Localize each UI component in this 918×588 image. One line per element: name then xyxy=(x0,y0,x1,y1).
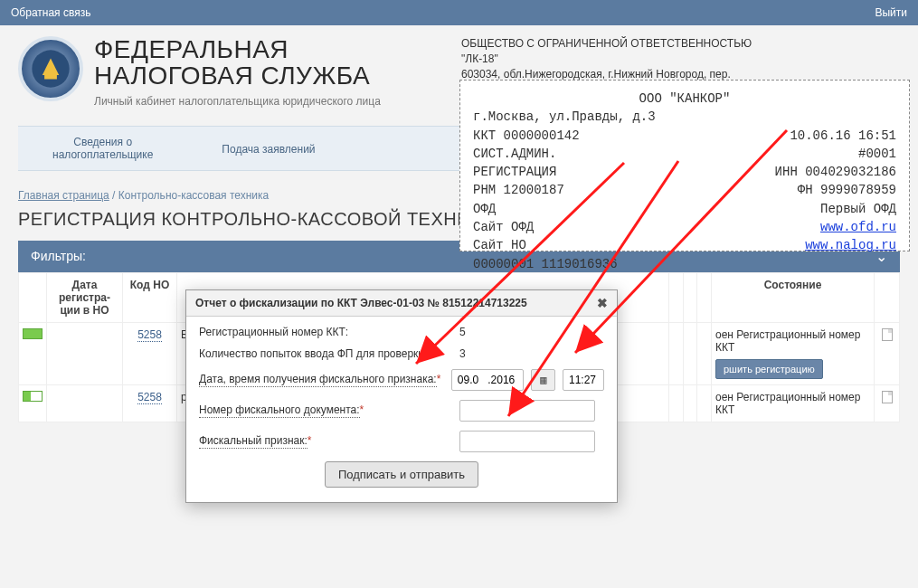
label-datetime: Дата, время получения фискального призна… xyxy=(199,373,437,387)
filters-label: Фильтры: xyxy=(31,249,86,263)
col-date: Дата регистра-ции в НО xyxy=(47,272,123,322)
state-text: оен Регистрационный номер ККТ xyxy=(712,384,875,422)
time-input[interactable] xyxy=(563,369,604,391)
label-docnum: Номер фискального документа: xyxy=(199,403,360,418)
close-icon[interactable]: ✖ xyxy=(597,296,608,310)
state-text: оен Регистрационный номер ККТ xyxy=(715,328,870,354)
org-line-1: ОБЩЕСТВО С ОГРАНИЧЕННОЙ ОТВЕТСТВЕННОСТЬЮ xyxy=(461,36,752,52)
nalog-site-link[interactable]: www.nalog.ru xyxy=(805,236,896,254)
status-indicator-icon xyxy=(23,391,43,402)
col-rnm xyxy=(669,272,684,322)
receipt-ofd-val: Первый ОФД xyxy=(820,200,896,218)
receipt-kkt: ККТ 0000000142 xyxy=(473,127,580,145)
calendar-button[interactable]: ▦ xyxy=(531,369,555,391)
receipt-site-no: Сайт НО xyxy=(473,236,526,254)
breadcrumb-home[interactable]: Главная страница xyxy=(18,189,109,202)
ofd-site-link[interactable]: www.ofd.ru xyxy=(820,218,896,236)
receipt-sysadmin: СИСТ.АДМИН. xyxy=(473,145,556,163)
title-line-1: ФЕДЕРАЛЬНАЯ xyxy=(94,35,289,63)
calendar-icon: ▦ xyxy=(540,374,545,386)
col-state: Состояние xyxy=(712,272,875,322)
sign-send-button[interactable]: Подписать и отправить xyxy=(325,461,478,488)
org-line-2: "ЛК-18" xyxy=(461,52,752,67)
title-line-2: НАЛОГОВАЯ СЛУЖБА xyxy=(94,62,370,90)
label-attempts: Количество попыток ввода ФП для проверки… xyxy=(199,347,452,360)
feedback-link[interactable]: Обратная связь xyxy=(11,6,90,19)
receipt-addr: г.Москва, ул.Правды, д.3 xyxy=(473,108,896,126)
logout-link[interactable]: Выйти xyxy=(875,6,907,19)
no-code-link[interactable]: 5258 xyxy=(137,391,162,404)
receipt-ofd: ОФД xyxy=(473,200,496,218)
receipt-datetime: 10.06.16 16:51 xyxy=(790,127,896,145)
docnum-input[interactable] xyxy=(459,400,595,422)
receipt-rnm: РНМ 12000187 xyxy=(473,181,564,199)
receipt-reg: РЕГИСТРАЦИЯ xyxy=(473,163,556,181)
fiscalization-modal: Отчет о фискализации по ККТ Элвес-01-03 … xyxy=(185,289,618,503)
topbar: Обратная связь Выйти xyxy=(0,0,918,25)
receipt-title: ООО "КАНКОР" xyxy=(473,90,896,108)
finish-registration-button[interactable]: ршить регистрацию xyxy=(715,359,823,379)
value-attempts: 3 xyxy=(459,347,466,360)
col-fn xyxy=(697,272,712,322)
receipt-site-ofd: Сайт ОФД xyxy=(473,218,534,236)
modal-title: Отчет о фискализации по ККТ Элвес-01-03 … xyxy=(195,297,527,309)
label-regno: Регистрационный номер ККТ: xyxy=(199,326,452,338)
value-regno: 5 xyxy=(459,326,466,338)
modal-header: Отчет о фискализации по ККТ Элвес-01-03 … xyxy=(186,290,617,317)
receipt-bottom: 00000001 1119016936 xyxy=(473,255,896,273)
col-no-code: Код НО xyxy=(123,272,177,322)
receipt-fn: ФН 9999078959 xyxy=(798,181,896,199)
receipt-inn: ИНН 004029032186 xyxy=(775,163,896,181)
nav-taxpayer-info[interactable]: Сведения о налогоплательщике xyxy=(18,136,187,161)
status-indicator-icon xyxy=(23,328,43,339)
org-info: ОБЩЕСТВО С ОГРАНИЧЕННОЙ ОТВЕТСТВЕННОСТЬЮ… xyxy=(461,36,752,81)
no-code-link[interactable]: 5258 xyxy=(137,328,162,342)
document-icon[interactable] xyxy=(882,391,893,403)
svg-rect-1 xyxy=(44,75,57,80)
fp-input[interactable] xyxy=(459,431,595,452)
label-fp: Фискальный признак: xyxy=(199,434,308,449)
receipt-sysval: #0001 xyxy=(858,145,896,163)
col-model xyxy=(683,272,697,322)
subtitle: Личный кабинет налогоплательщика юридиче… xyxy=(94,95,381,108)
nav-submit-app[interactable]: Подача заявлений xyxy=(187,136,349,161)
date-input[interactable] xyxy=(451,369,524,391)
document-icon[interactable] xyxy=(882,328,893,341)
fns-title-block: ФЕДЕРАЛЬНАЯ НАЛОГОВАЯ СЛУЖБА Личный каби… xyxy=(94,36,381,108)
breadcrumb-section: Контрольно-кассовая техника xyxy=(118,189,269,202)
fns-emblem-icon xyxy=(18,36,83,101)
receipt-overlay: ООО "КАНКОР" г.Москва, ул.Правды, д.3 КК… xyxy=(459,80,910,251)
